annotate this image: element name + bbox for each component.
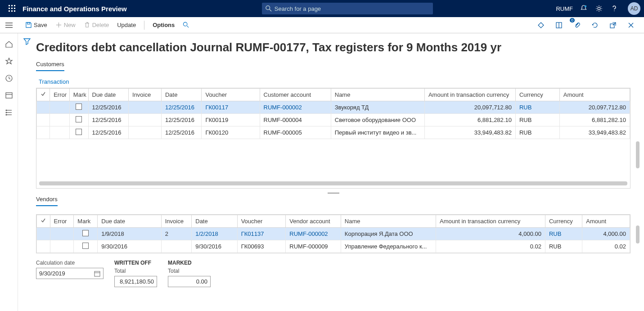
mark-checkbox[interactable] — [76, 116, 82, 122]
delete-button[interactable]: Delete — [84, 22, 109, 28]
global-top-bar: Finance and Operations Preview Search fo… — [0, 0, 644, 17]
filter-pane-toggle[interactable] — [18, 33, 36, 311]
help-icon[interactable] — [610, 4, 619, 13]
col-invoice[interactable]: Invoice — [161, 215, 192, 228]
avatar[interactable]: AD — [628, 2, 640, 15]
svg-rect-6 — [9, 10, 10, 12]
svg-point-35 — [6, 114, 7, 115]
total-label: Total — [114, 268, 157, 274]
customers-grid: Error Mark Due date Invoice Date Voucher… — [36, 88, 630, 189]
svg-rect-1 — [11, 5, 13, 6]
refresh-icon[interactable] — [589, 19, 601, 31]
col-amt-tc[interactable]: Amount in transaction currency — [424, 89, 515, 101]
svg-rect-5 — [14, 8, 15, 9]
marked-header: MARKED — [168, 260, 211, 266]
table-row[interactable]: 9/30/2016 9/30/2016ГК00693RUMF-000009 Уп… — [37, 240, 630, 253]
col-due-date[interactable]: Due date — [88, 89, 129, 101]
waffle-icon[interactable] — [4, 5, 21, 12]
mark-checkbox[interactable] — [76, 129, 82, 135]
office-icon[interactable] — [553, 19, 565, 31]
col-due-date[interactable]: Due date — [98, 215, 162, 228]
col-amount[interactable]: Amount — [559, 89, 630, 101]
transaction-link[interactable]: Transaction — [39, 78, 69, 85]
col-currency[interactable]: Currency — [515, 89, 559, 101]
col-invoice[interactable]: Invoice — [129, 89, 162, 101]
select-all[interactable] — [37, 215, 50, 228]
resize-handle[interactable] — [36, 190, 630, 196]
total-label: Total — [168, 268, 211, 274]
col-mark[interactable]: Mark — [74, 215, 98, 228]
select-all[interactable] — [37, 89, 50, 101]
col-currency[interactable]: Currency — [545, 215, 582, 228]
options-button[interactable]: Options — [153, 22, 175, 28]
col-voucher[interactable]: Voucher — [202, 89, 260, 101]
home-icon[interactable] — [4, 39, 14, 50]
diamond-icon[interactable] — [535, 19, 547, 31]
svg-point-11 — [585, 5, 586, 7]
save-button[interactable]: Save — [25, 22, 47, 28]
marked-total: 0.00 — [168, 276, 211, 287]
col-mark[interactable]: Mark — [69, 89, 88, 101]
command-bar: Save New Delete Update Options 0 — [0, 17, 644, 33]
calendar-icon — [94, 270, 100, 277]
search-icon — [183, 22, 189, 28]
svg-point-12 — [598, 7, 600, 10]
find-button[interactable] — [183, 22, 189, 28]
section-customers[interactable]: Customers — [36, 61, 64, 71]
workspace-icon[interactable] — [4, 90, 14, 101]
favorite-icon[interactable] — [4, 56, 14, 67]
mark-checkbox[interactable] — [82, 243, 89, 249]
col-customer-account[interactable]: Customer account — [260, 89, 331, 101]
col-amt-tc[interactable]: Amount in transaction currency — [436, 215, 545, 228]
search-input[interactable]: Search for a page — [262, 3, 433, 14]
popout-icon[interactable] — [607, 19, 619, 31]
horizontal-scrollbar[interactable] — [39, 181, 627, 185]
app-title: Finance and Operations Preview — [23, 5, 127, 13]
recent-icon[interactable] — [4, 73, 14, 84]
col-amount[interactable]: Amount — [582, 215, 630, 228]
section-vendors[interactable]: Vendors — [36, 196, 58, 206]
company-label[interactable]: RUMF — [556, 5, 573, 12]
col-name[interactable]: Name — [331, 89, 424, 101]
svg-point-34 — [6, 112, 7, 113]
page-title: Creditors debt cancellation Journal RUMF… — [36, 41, 630, 54]
svg-point-33 — [6, 110, 7, 111]
attach-button[interactable]: 0 — [571, 19, 583, 31]
calc-date-label: Calculation date — [36, 260, 104, 266]
modules-icon[interactable] — [4, 107, 14, 118]
svg-rect-8 — [14, 10, 15, 12]
vendors-grid: Error Mark Due date Invoice Date Voucher… — [36, 214, 630, 253]
update-button[interactable]: Update — [117, 22, 136, 28]
col-voucher[interactable]: Voucher — [237, 215, 286, 228]
col-error[interactable]: Error — [50, 215, 74, 228]
save-icon — [25, 22, 32, 28]
svg-rect-4 — [11, 8, 13, 9]
plus-icon — [55, 22, 62, 28]
table-row[interactable]: 1/9/20182 1/2/2018ГК01137RUMF-000002 Кор… — [37, 228, 630, 240]
nav-toggle-icon[interactable] — [0, 17, 18, 33]
notification-icon[interactable] — [579, 4, 588, 13]
svg-line-10 — [270, 9, 271, 11]
table-row[interactable]: 12/25/2016 12/25/2016ГК00120RUMF-000005 … — [37, 126, 630, 139]
calc-date-input[interactable]: 9/30/2019 — [36, 268, 104, 279]
vertical-scrollbar[interactable] — [636, 225, 639, 261]
col-vendor-account[interactable]: Vendor account — [286, 215, 341, 228]
svg-rect-17 — [27, 23, 30, 24]
mark-checkbox[interactable] — [82, 230, 89, 236]
svg-rect-7 — [11, 10, 13, 12]
new-button[interactable]: New — [55, 22, 76, 28]
svg-point-13 — [614, 10, 615, 11]
vertical-scrollbar[interactable] — [636, 141, 639, 222]
col-date[interactable]: Date — [161, 89, 202, 101]
svg-point-9 — [266, 6, 270, 10]
gear-icon[interactable] — [594, 4, 603, 13]
table-row[interactable]: 12/25/2016 12/25/2016ГК00119RUMF-000004 … — [37, 114, 630, 126]
close-icon[interactable] — [625, 19, 637, 31]
table-row[interactable]: 12/25/2016 12/25/2016ГК00117RUMF-000002 … — [37, 101, 630, 114]
col-error[interactable]: Error — [50, 89, 70, 101]
mark-checkbox[interactable] — [76, 104, 82, 110]
svg-rect-28 — [6, 93, 12, 98]
left-nav-rail — [0, 33, 18, 311]
col-date[interactable]: Date — [192, 215, 237, 228]
col-name[interactable]: Name — [341, 215, 436, 228]
